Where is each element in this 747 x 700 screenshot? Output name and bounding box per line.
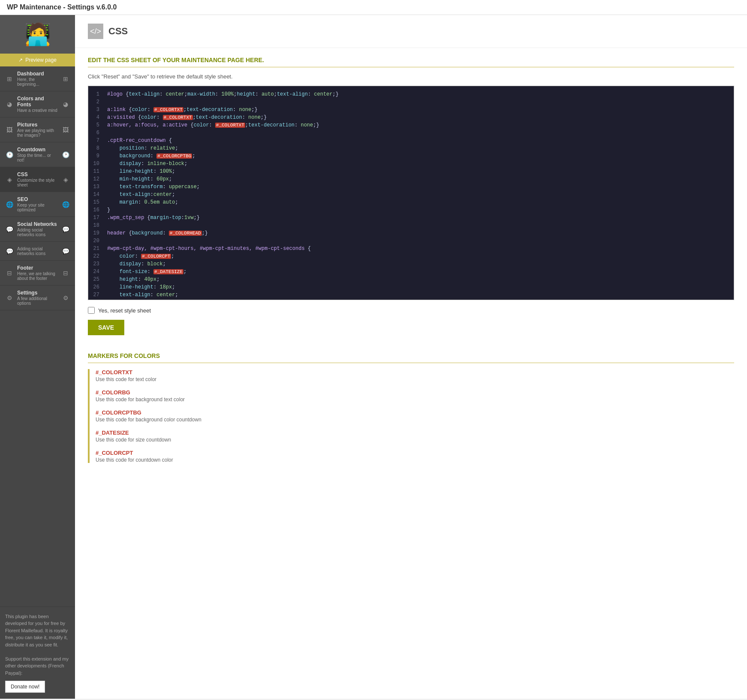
main-content: </> CSS EDIT THE CSS SHEET OF YOUR MAINT… xyxy=(75,15,747,699)
nav-footer-title: Footer xyxy=(17,265,58,271)
sidebar: 🧑‍💻 ↗ Preview page ⊞ Dashboard Here, the… xyxy=(0,15,75,699)
css-side-icon: ◈ xyxy=(61,175,70,184)
nav-countdown-subtitle: Stop the time... or not! xyxy=(17,153,58,162)
code-line-13: 13 text-transform: uppercase; xyxy=(88,183,734,191)
marker-item-colorbg: #_COLORBG Use this code for background t… xyxy=(96,389,734,403)
app-title: WP Maintenance - Settings v.6.0.0 xyxy=(7,3,117,11)
code-line-7: 7 .cptR-rec_countdown { xyxy=(88,137,734,144)
code-line-28: 28 float:left; xyxy=(88,299,734,300)
colors-icon: ◕ xyxy=(5,100,14,108)
code-line-22: 22 color: #_COLORCPT; xyxy=(88,252,734,260)
marker-item-colorcpt: #_COLORCPT Use this code for countdown c… xyxy=(96,450,734,463)
social-icon: 💬 xyxy=(5,225,14,234)
sidebar-item-social-networks[interactable]: 💬 Social Networks Adding social networks… xyxy=(0,217,75,242)
nav-social-title: Social Networks xyxy=(17,221,58,227)
sidebar-item-pictures[interactable]: 🖼 Pictures Are we playing with the image… xyxy=(0,117,75,142)
marker-item-colorcptbg: #_COLORCPTBG Use this code for backgroun… xyxy=(96,409,734,423)
nav-settings-title: Settings xyxy=(17,290,58,296)
footer-icon: ⊟ xyxy=(5,269,14,277)
sidebar-item-colors-fonts[interactable]: ◕ Colors and Fonts Have a creative mind … xyxy=(0,91,75,117)
sidebar-item-seo[interactable]: 🌐 SEO Keep your site optimized 🌐 xyxy=(0,192,75,217)
settings-icon: ⚙ xyxy=(5,294,14,302)
marker-code-colorbg: #_COLORBG xyxy=(96,389,734,396)
save-button[interactable]: SAVE xyxy=(88,320,124,335)
nav-css-title: CSS xyxy=(17,171,58,177)
code-line-26: 26 line-height: 18px; xyxy=(88,283,734,291)
marker-desc-colorbg: Use this code for background text color xyxy=(96,397,734,403)
settings-side-icon: ⚙ xyxy=(61,294,70,302)
nav-social-subtitle: Adding social networks icons xyxy=(17,228,58,237)
code-line-18: 18 xyxy=(88,222,734,229)
nav-settings-subtitle: A few additional options xyxy=(17,296,58,306)
code-line-8: 8 position: relative; xyxy=(88,144,734,152)
sidebar-item-dashboard[interactable]: ⊞ Dashboard Here, the beginning... ⊞ xyxy=(0,66,75,91)
code-line-2: 2 xyxy=(88,98,734,106)
social2-icon: 💬 xyxy=(5,247,14,255)
css-icon: ◈ xyxy=(5,175,14,184)
marker-code-colorcptbg: #_COLORCPTBG xyxy=(96,409,734,416)
code-line-1: 1 #logo {text-align: center;max-width: 1… xyxy=(88,90,734,98)
preview-page-button[interactable]: ↗ Preview page xyxy=(0,54,75,66)
nav-footer-subtitle: Here, we are talking about the footer xyxy=(17,271,58,281)
marker-desc-colorcptbg: Use this code for background color count… xyxy=(96,417,734,423)
reset-checkbox[interactable] xyxy=(88,307,95,314)
markers-section-title: MARKERS FOR COLORS xyxy=(88,352,734,363)
code-line-27: 27 text-align: center; xyxy=(88,291,734,299)
code-line-12: 12 min-height: 60px; xyxy=(88,175,734,183)
code-line-21: 21 #wpm-cpt-day, #wpm-cpt-hours, #wpm-cp… xyxy=(88,245,734,252)
code-line-23: 23 display: block; xyxy=(88,260,734,268)
code-line-11: 11 line-height: 100%; xyxy=(88,168,734,175)
avatar-illustration: 🧑‍💻 xyxy=(4,24,71,45)
code-line-9: 9 background: #_COLORCPTBG; xyxy=(88,152,734,160)
nav-countdown-title: Countdown xyxy=(17,147,58,153)
marker-item-colortxt: #_COLORTXT Use this code for text color xyxy=(96,369,734,382)
nav-colors-subtitle: Have a creative mind xyxy=(17,108,58,113)
code-line-17: 17 .wpm_ctp_sep {margin-top:1vw;} xyxy=(88,214,734,222)
dashboard-icon: ⊞ xyxy=(5,75,14,83)
preview-icon: ↗ xyxy=(18,57,23,63)
pictures-side-icon: 🖼 xyxy=(61,126,70,134)
code-line-3: 3 a:link {color: #_COLORTXT;text-decorat… xyxy=(88,106,734,114)
marker-desc-datesize: Use this code for size countdown xyxy=(96,437,734,443)
donate-button[interactable]: Donate now! xyxy=(5,681,45,693)
code-line-25: 25 height: 40px; xyxy=(88,276,734,283)
css-code-editor[interactable]: 1 #logo {text-align: center;max-width: 1… xyxy=(88,86,734,300)
code-line-6: 6 xyxy=(88,129,734,137)
sidebar-navigation: ⊞ Dashboard Here, the beginning... ⊞ ◕ C… xyxy=(0,66,75,607)
sidebar-item-footer[interactable]: ⊟ Footer Here, we are talking about the … xyxy=(0,261,75,285)
reset-checkbox-row: Yes, reset style sheet xyxy=(88,307,734,314)
sidebar-item-countdown[interactable]: 🕐 Countdown Stop the time... or not! 🕐 xyxy=(0,142,75,167)
marker-code-colortxt: #_COLORTXT xyxy=(96,369,734,376)
dashboard-side-icon: ⊞ xyxy=(61,75,70,83)
nav-dashboard-title: Dashboard xyxy=(17,71,58,77)
footer-side-icon: ⊟ xyxy=(61,269,70,277)
sidebar-item-social-networks-2[interactable]: 💬 Adding social networks icons 💬 xyxy=(0,242,75,261)
markers-list: #_COLORTXT Use this code for text color … xyxy=(88,369,734,463)
code-line-4: 4 a:visited {color: #_COLORTXT;text-deco… xyxy=(88,114,734,121)
reset-checkbox-label[interactable]: Yes, reset style sheet xyxy=(98,307,151,314)
code-line-24: 24 font-size: #_DATESIZE; xyxy=(88,268,734,276)
code-line-19: 19 header {background: #_COLORHEAD;} xyxy=(88,229,734,237)
footer-plugin-text: This plugin has been developed for you f… xyxy=(5,613,70,649)
nav-seo-subtitle: Keep your site optimized xyxy=(17,203,58,212)
seo-side-icon: 🌐 xyxy=(61,200,70,209)
title-bar: WP Maintenance - Settings v.6.0.0 xyxy=(0,0,747,15)
marker-code-datesize: #_DATESIZE xyxy=(96,430,734,436)
nav-social2-subtitle: Adding social networks icons xyxy=(17,246,58,256)
sidebar-item-settings[interactable]: ⚙ Settings A few additional options ⚙ xyxy=(0,285,75,310)
seo-icon: 🌐 xyxy=(5,200,14,209)
content-area: EDIT THE CSS SHEET OF YOUR MAINTENANCE P… xyxy=(75,48,747,478)
sidebar-item-css[interactable]: ◈ CSS Customize the style sheet ◈ xyxy=(0,167,75,192)
sidebar-footer: This plugin has been developed for you f… xyxy=(0,607,75,699)
marker-desc-colortxt: Use this code for text color xyxy=(96,376,734,382)
code-line-20: 20 xyxy=(88,237,734,245)
code-line-14: 14 text-align:center; xyxy=(88,191,734,198)
page-header: </> CSS xyxy=(75,15,747,48)
nav-colors-title: Colors and Fonts xyxy=(17,96,58,108)
pictures-icon: 🖼 xyxy=(5,126,14,134)
edit-subtitle: Click "Reset" and "Save" to retrieve the… xyxy=(88,73,734,80)
code-line-10: 10 display: inline-block; xyxy=(88,160,734,168)
nav-dashboard-subtitle: Here, the beginning... xyxy=(17,77,58,87)
social-side-icon: 💬 xyxy=(61,225,70,234)
social2-side-icon: 💬 xyxy=(61,247,70,255)
